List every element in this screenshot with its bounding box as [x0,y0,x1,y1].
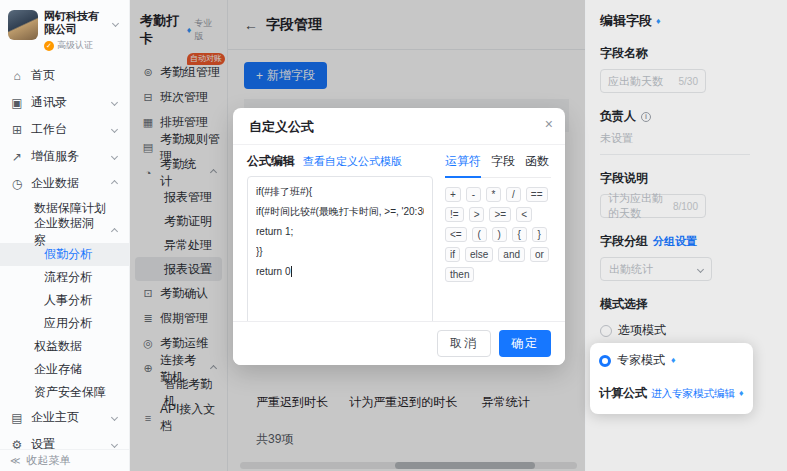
sidebar-item-icon: ▤ [10,411,24,425]
operator-chip[interactable]: then [445,267,474,282]
edit-field-panel: 编辑字段 ♦ 字段名称 应出勤天数 5/30 负责人 i 未设置 字段说明 计为… [585,0,787,471]
formula-line: }} [256,242,424,262]
sidebar-item[interactable]: 假勤分析 [0,243,129,266]
sidebar-item-icon: ⌂ [10,69,24,83]
company-switcher[interactable]: 网钉科技有限公司 ✓ 高级认证 [0,0,129,58]
tab-fields[interactable]: 字段 [491,153,515,170]
cancel-button[interactable]: 取消 [437,330,491,357]
collapse-menu-button[interactable]: ≪ 收起菜单 [0,449,129,471]
operator-chip[interactable]: == [526,187,548,202]
formula-editor-section: 公式编辑 查看自定义公式模版 if(#排了班#){ if(#时间比较#(最晚打卡… [247,153,433,326]
operator-list: + - * / == != > [445,187,551,282]
tab-functions[interactable]: 函数 [525,153,549,170]
field-description-value: 计为应出勤的天数 [608,191,673,221]
expert-mode-radio[interactable]: 专家模式 ♦ [599,352,744,369]
field-name-input[interactable]: 应出勤天数 5/30 [600,69,706,93]
modal-body: 公式编辑 查看自定义公式模版 if(#排了班#){ if(#时间比较#(最晚打卡… [233,145,565,326]
operator-chip[interactable]: and [498,247,525,262]
operator-chip[interactable]: * [486,187,501,202]
operator-chip[interactable]: if [445,247,460,262]
chevron-icon [111,228,118,235]
sidebar-item-label: 企业存储 [34,361,82,378]
sidebar-item[interactable]: ▤ 企业主页 [0,404,129,431]
operator-chip[interactable]: ( [472,227,487,242]
operator-chip[interactable]: + [445,187,461,202]
certification-badge: ✓ 高级认证 [44,39,107,52]
sidebar-item[interactable]: 权益数据 [0,335,129,358]
operator-chip[interactable]: < [516,207,532,222]
formula-editor[interactable]: if(#排了班#){ if(#时间比较#(最晚打卡时间, >=, '20:30'… [247,176,433,326]
sidebar-item[interactable]: ◷ 企业数据 [0,170,129,197]
operator-chip[interactable]: or [530,247,549,262]
sidebar-item[interactable]: 资产安全保障 [0,381,129,404]
mode-select-label: 模式选择 [600,296,773,313]
sidebar-item[interactable]: ↗ 增值服务 [0,143,129,170]
sidebar-item-label: 人事分析 [44,292,92,309]
workspace: 考勤打卡 ♦ 专业版 ⊚ 考勤组管理 自动对账 ⊟ 班次管理 [130,0,585,471]
sidebar-item[interactable]: 人事分析 [0,289,129,312]
company-name: 网钉科技有限公司 [44,10,107,36]
field-description-counter: 8/100 [673,201,698,212]
sidebar-item-icon: ◷ [10,177,24,191]
tab-operators[interactable]: 运算符 [445,153,481,170]
operator-chip[interactable]: ) [492,227,507,242]
sidebar-item[interactable]: 企业数据洞察 [0,220,129,243]
option-mode-label: 选项模式 [618,322,666,339]
owner-label: 负责人 [600,108,636,125]
group-settings-link[interactable]: 分组设置 [653,234,697,249]
sidebar-item-label: 流程分析 [44,269,92,286]
vip-gem-icon: ♦ [656,17,661,26]
sidebar-item[interactable]: ⊞ 工作台 [0,116,129,143]
sidebar-item[interactable]: ⌂ 首页 [0,62,129,89]
operator-chip[interactable]: >= [489,207,511,222]
confirm-button[interactable]: 确定 [499,330,551,357]
collapse-icon: ≪ [10,455,20,466]
field-group-value: 出勤统计 [609,262,653,277]
modal-footer: 取消 确定 [233,321,565,365]
radio-selected-icon [599,355,611,367]
sidebar-item-label: 通讯录 [31,94,67,111]
chevron-icon [111,126,118,133]
owner-label-row: 负责人 i [600,108,773,125]
field-description-input[interactable]: 计为应出勤的天数 8/100 [600,194,706,218]
formula-line: if(#排了班#){ [256,182,424,202]
chevron-icon [111,441,118,448]
sidebar-item[interactable]: 流程分析 [0,266,129,289]
owner-field[interactable]: 未设置 [600,131,750,155]
sidebar-menu: ⌂ 首页 ▣ 通讯录 ⊞ 工作台 ↗ 增值服 [0,62,129,458]
operator-chip[interactable]: > [469,207,485,222]
sidebar-item[interactable]: ▣ 通讯录 [0,89,129,116]
sidebar-item[interactable]: 应用分析 [0,312,129,335]
sidebar-item-icon: ↗ [10,150,24,164]
close-icon[interactable]: × [545,116,553,132]
calc-formula-label: 计算公式 [599,385,647,402]
operator-chip[interactable]: <= [445,227,467,242]
panel-title: 编辑字段 [600,12,652,30]
enter-expert-mode-link[interactable]: 进入专家模式编辑 [651,387,735,401]
vip-gem-icon: ♦ [671,356,676,365]
sidebar-item-label: 资产安全保障 [34,384,106,401]
sidebar-item-label: 假勤分析 [44,246,92,263]
calc-formula-row: 计算公式 进入专家模式编辑 ♦ [599,385,744,402]
vip-gem-icon: ♦ [739,389,744,398]
info-icon: i [641,112,651,122]
operator-chip[interactable]: else [465,247,493,262]
chevron-down-icon [112,20,119,27]
option-mode-radio[interactable]: 选项模式 [600,322,773,339]
sidebar-item-label: 首页 [31,67,55,84]
panel-header: 编辑字段 ♦ [600,12,773,30]
operator-chip[interactable]: / [506,187,521,202]
field-group-label-row: 字段分组 分组设置 [600,233,773,250]
collapse-label: 收起菜单 [26,453,70,468]
field-group-select[interactable]: 出勤统计 [600,257,712,281]
sidebar-item-label: 企业主页 [31,409,79,426]
operator-chip[interactable]: { [512,227,527,242]
company-logo [8,10,38,40]
sidebar-item[interactable]: 企业存储 [0,358,129,381]
view-template-link[interactable]: 查看自定义公式模版 [303,154,402,169]
field-description-label: 字段说明 [600,170,773,187]
operator-chip[interactable]: } [532,227,547,242]
operator-chip[interactable]: != [445,207,464,222]
sidebar-item-label: 权益数据 [34,338,82,355]
operator-chip[interactable]: - [466,187,481,202]
